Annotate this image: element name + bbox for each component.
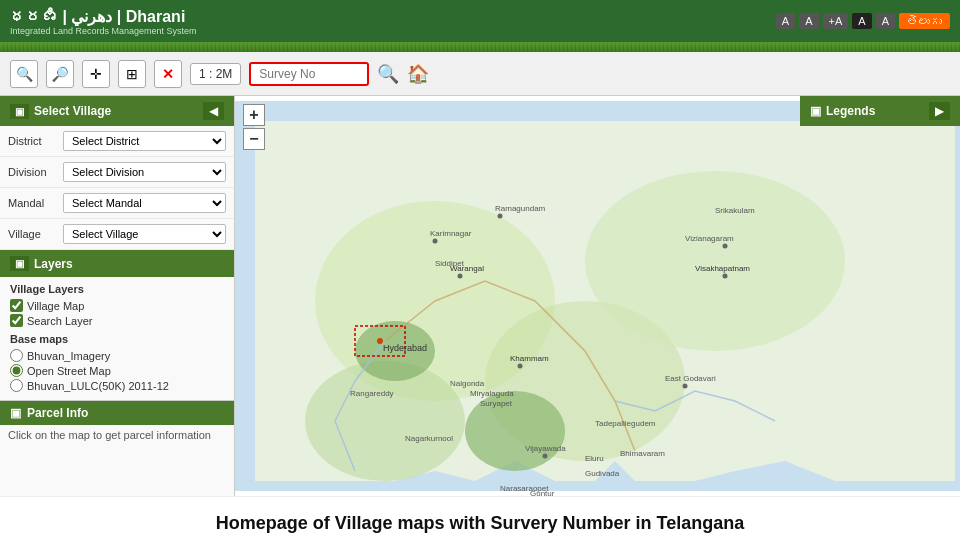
map-toolbar: 🔍 🔍 ✛ ⊞ ✕ 1 : 2M 🔍 🏠 bbox=[0, 52, 960, 96]
legends-title: Legends bbox=[826, 104, 875, 118]
main-content: ▣ Select Village ◀ District Select Distr… bbox=[0, 96, 960, 496]
svg-text:Suryapet: Suryapet bbox=[480, 399, 513, 408]
svg-text:Nalgonda: Nalgonda bbox=[450, 379, 485, 388]
base-maps-title: Base maps bbox=[10, 333, 224, 345]
svg-point-15 bbox=[683, 384, 688, 389]
svg-point-3 bbox=[585, 171, 845, 351]
scale-display: 1 : 2M bbox=[190, 63, 241, 85]
district-row: District Select District bbox=[0, 126, 234, 157]
mandal-row: Mandal Select Mandal bbox=[0, 188, 234, 219]
font-size-a-plus[interactable]: +A bbox=[823, 13, 849, 29]
svg-text:Siddipet: Siddipet bbox=[435, 259, 465, 268]
bhuvan-lulc-option: Bhuvan_LULC(50K) 2011-12 bbox=[10, 379, 224, 392]
pan-icon: ✛ bbox=[90, 66, 102, 82]
font-size-a1[interactable]: A bbox=[776, 13, 795, 29]
svg-point-11 bbox=[543, 454, 548, 459]
collapse-select-village-button[interactable]: ◀ bbox=[203, 102, 224, 120]
survey-input[interactable] bbox=[249, 62, 369, 86]
parcel-info-header: ▣ Parcel Info bbox=[0, 401, 234, 425]
svg-text:Ramagundam: Ramagundam bbox=[495, 204, 546, 213]
zoom-in-icon: 🔍 bbox=[16, 66, 33, 82]
logo: ధరణి | دهرني | Dharani Integrated Land R… bbox=[10, 7, 197, 36]
svg-text:Karimnagar: Karimnagar bbox=[430, 229, 472, 238]
svg-text:Bhimavaram: Bhimavaram bbox=[620, 449, 665, 458]
svg-text:Narasaraopet: Narasaraopet bbox=[500, 484, 549, 493]
svg-text:Vijayawada: Vijayawada bbox=[525, 444, 566, 453]
map-zoom-controls: + − bbox=[243, 104, 265, 150]
grid-icon: ⊞ bbox=[126, 66, 138, 82]
parcel-icon: ▣ bbox=[10, 406, 21, 420]
map-area[interactable]: Hyderabad Warangal Khammam Ramagundam Ka… bbox=[235, 96, 960, 496]
map-svg: Hyderabad Warangal Khammam Ramagundam Ka… bbox=[235, 96, 960, 496]
parcel-info-text: Click on the map to get parcel informati… bbox=[0, 425, 234, 445]
font-size-a2[interactable]: A bbox=[799, 13, 818, 29]
logo-subtitle: Integrated Land Records Management Syste… bbox=[10, 26, 197, 36]
logo-english: Dharani bbox=[126, 8, 186, 25]
search-layer: Search Layer bbox=[10, 314, 224, 327]
home-button[interactable]: 🏠 bbox=[407, 63, 429, 85]
search-layer-checkbox[interactable] bbox=[10, 314, 23, 327]
svg-text:Vizianagaram: Vizianagaram bbox=[685, 234, 734, 243]
legends-icon: ▣ bbox=[810, 104, 821, 118]
village-row: Village Select Village bbox=[0, 219, 234, 250]
village-layers-title: Village Layers bbox=[10, 283, 224, 295]
logo-telugu: ధరణి | دهرني bbox=[10, 8, 112, 25]
layers-content: Village Layers Village Map Search Layer … bbox=[0, 277, 234, 400]
district-select[interactable]: Select District bbox=[63, 131, 226, 151]
division-select[interactable]: Select Division bbox=[63, 162, 226, 182]
open-street-map-radio[interactable] bbox=[10, 364, 23, 377]
parcel-info-section: ▣ Parcel Info Click on the map to get pa… bbox=[0, 400, 234, 445]
search-icon: 🔍 bbox=[377, 64, 399, 84]
village-select[interactable]: Select Village bbox=[63, 224, 226, 244]
select-village-icon: ▣ bbox=[10, 104, 29, 119]
header-controls: A A +A A A తెలుగు bbox=[776, 13, 950, 29]
svg-text:Hyderabad: Hyderabad bbox=[383, 343, 427, 353]
bhuvan-lulc-label: Bhuvan_LULC(50K) 2011-12 bbox=[27, 380, 169, 392]
home-icon: 🏠 bbox=[407, 64, 429, 84]
app-header: ధరణి | دهرني | Dharani Integrated Land R… bbox=[0, 0, 960, 42]
open-street-map-label: Open Street Map bbox=[27, 365, 111, 377]
layers-header: ▣ Layers bbox=[0, 250, 234, 277]
zoom-in-button[interactable]: 🔍 bbox=[10, 60, 38, 88]
footer-caption: Homepage of Village maps with Survery Nu… bbox=[216, 513, 744, 534]
zoom-out-button[interactable]: 🔍 bbox=[46, 60, 74, 88]
pan-button[interactable]: ✛ bbox=[82, 60, 110, 88]
svg-point-10 bbox=[518, 364, 523, 369]
clear-button[interactable]: ✕ bbox=[154, 60, 182, 88]
svg-text:Visakhapatnam: Visakhapatnam bbox=[695, 264, 750, 273]
search-layer-label: Search Layer bbox=[27, 315, 92, 327]
svg-text:Miryalaguda: Miryalaguda bbox=[470, 389, 514, 398]
font-size-a-small[interactable]: A bbox=[876, 13, 895, 29]
language-button[interactable]: తెలుగు bbox=[899, 13, 950, 29]
division-row: Division Select Division bbox=[0, 157, 234, 188]
zoom-in-map-button[interactable]: + bbox=[243, 104, 265, 126]
division-label: Division bbox=[8, 166, 63, 178]
layers-icon: ▣ bbox=[10, 256, 29, 271]
svg-point-13 bbox=[433, 239, 438, 244]
village-map-label: Village Map bbox=[27, 300, 84, 312]
svg-text:East Godavari: East Godavari bbox=[665, 374, 716, 383]
svg-point-16 bbox=[723, 244, 728, 249]
legends-header: ▣ Legends ▶ bbox=[800, 96, 960, 126]
bhuvan-lulc-radio[interactable] bbox=[10, 379, 23, 392]
village-map-layer: Village Map bbox=[10, 299, 224, 312]
zoom-out-map-button[interactable]: − bbox=[243, 128, 265, 150]
open-street-map-option: Open Street Map bbox=[10, 364, 224, 377]
village-label: Village bbox=[8, 228, 63, 240]
footer: Homepage of Village maps with Survery Nu… bbox=[0, 496, 960, 540]
grid-button[interactable]: ⊞ bbox=[118, 60, 146, 88]
svg-text:Machilipatnam: Machilipatnam bbox=[595, 494, 647, 496]
mandal-select[interactable]: Select Mandal bbox=[63, 193, 226, 213]
font-size-a-active[interactable]: A bbox=[852, 13, 871, 29]
logo-title: ధరణి | دهرني | Dharani bbox=[10, 7, 197, 26]
parcel-info-title: Parcel Info bbox=[27, 406, 88, 420]
village-map-checkbox[interactable] bbox=[10, 299, 23, 312]
search-button[interactable]: 🔍 bbox=[377, 63, 399, 85]
svg-text:Srikakulam: Srikakulam bbox=[715, 206, 755, 215]
logo-pipe: | bbox=[117, 8, 126, 25]
svg-text:Tadepalliegudem: Tadepalliegudem bbox=[595, 419, 656, 428]
svg-text:Nagarkurnool: Nagarkurnool bbox=[405, 434, 453, 443]
expand-legends-button[interactable]: ▶ bbox=[929, 102, 950, 120]
bhuvan-imagery-option: Bhuvan_Imagery bbox=[10, 349, 224, 362]
bhuvan-imagery-radio[interactable] bbox=[10, 349, 23, 362]
